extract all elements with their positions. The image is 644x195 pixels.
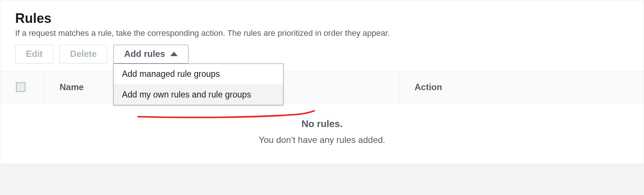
delete-button[interactable]: Delete <box>59 45 107 64</box>
caret-up-icon <box>170 52 178 56</box>
panel-title: Rules <box>15 11 629 26</box>
menu-item-add-my-own-rules[interactable]: Add my own rules and rule groups <box>114 84 283 105</box>
add-rules-label: Add rules <box>124 49 165 59</box>
add-rules-dropdown: Add rules Add managed rule groups Add my… <box>113 45 188 64</box>
select-all-column <box>15 71 45 103</box>
panel-header: Rules If a request matches a rule, take … <box>0 0 644 71</box>
add-rules-button[interactable]: Add rules <box>113 45 188 64</box>
select-all-checkbox[interactable] <box>16 82 26 92</box>
add-rules-menu: Add managed rule groups Add my own rules… <box>113 64 284 105</box>
menu-item-add-managed-rule-groups[interactable]: Add managed rule groups <box>114 64 283 84</box>
rules-panel: Rules If a request matches a rule, take … <box>0 0 644 164</box>
rules-table-header: Name Action <box>0 71 644 103</box>
empty-state-title: No rules. <box>0 118 644 130</box>
toolbar: Edit Delete Add rules Add managed rule g… <box>15 45 629 64</box>
empty-state-subtitle: You don’t have any rules added. <box>0 135 644 145</box>
edit-button[interactable]: Edit <box>15 45 53 64</box>
empty-state: No rules. You don’t have any rules added… <box>0 103 644 164</box>
column-header-action: Action <box>399 71 629 103</box>
panel-description: If a request matches a rule, take the co… <box>15 28 629 38</box>
